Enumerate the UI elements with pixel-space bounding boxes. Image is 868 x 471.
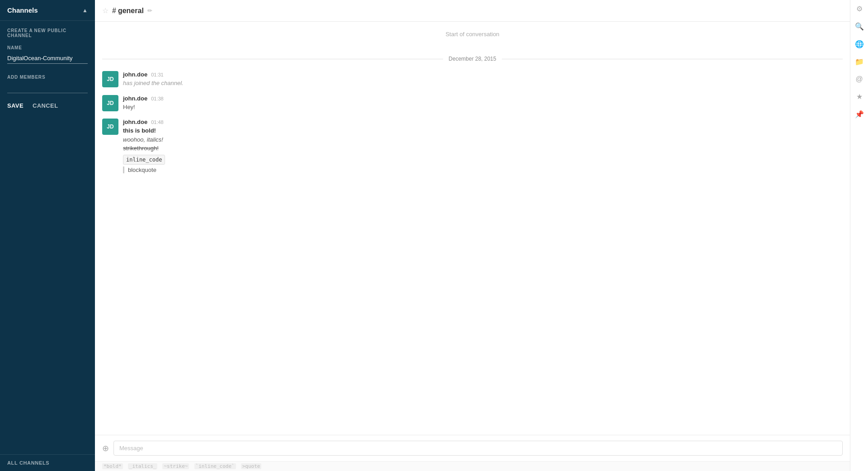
form-actions: SAVE CANCEL: [7, 102, 88, 109]
message-text-code-wrapper: inline_code: [123, 155, 843, 165]
message-author: john.doe: [123, 95, 147, 102]
message-input[interactable]: [113, 441, 843, 456]
date-divider-label: December 28, 2015: [448, 56, 496, 62]
hint-bold: *bold*: [102, 463, 123, 469]
upload-icon[interactable]: ⊕: [102, 443, 109, 453]
table-row: JD john.doe 01:38 Hey!: [102, 95, 843, 112]
chevron-up-icon[interactable]: ▲: [82, 7, 88, 14]
channel-name: general: [118, 7, 144, 15]
message-text-bold: this is bold!: [123, 126, 843, 135]
message-input-area: ⊕ *bold* _italics_ ~strike~ `inline_code…: [95, 435, 850, 471]
message-author: john.doe: [123, 119, 147, 125]
sidebar-header: Channels ▲: [0, 0, 95, 21]
channel-header: ☆ # general ✏: [95, 0, 850, 22]
message-text-strike: strikethrough!: [123, 144, 843, 153]
cancel-button[interactable]: CANCEL: [33, 102, 58, 109]
start-of-conversation: Start of conversation: [102, 31, 843, 38]
message-content: john.doe 01:38 Hey!: [123, 95, 843, 112]
message-content: john.doe 01:48 this is bold! woohoo, ita…: [123, 119, 843, 173]
edit-icon[interactable]: ✏: [147, 7, 152, 14]
input-hint: *bold* _italics_ ~strike~ `inline_code` …: [95, 461, 850, 471]
message-header: john.doe 01:31: [123, 71, 843, 78]
avatar: JD: [102, 71, 118, 87]
message-content: john.doe 01:31 has joined the channel.: [123, 71, 843, 88]
add-members-section: ADD MEMBERS: [7, 75, 88, 93]
avatar: JD: [102, 119, 118, 135]
search-icon[interactable]: 🔍: [855, 22, 864, 31]
right-sidebar: ⚙ 🔍 🌐 📁 @ ★ 📌: [850, 0, 868, 471]
message-header: john.doe 01:48: [123, 119, 843, 125]
save-button[interactable]: SAVE: [7, 102, 24, 109]
at-icon[interactable]: @: [855, 75, 863, 83]
hint-strike: ~strike~: [162, 463, 189, 469]
message-text: has joined the channel.: [123, 79, 843, 88]
message-time: 01:38: [151, 96, 164, 101]
divider-line-left: [102, 59, 443, 59]
message-time: 01:48: [151, 119, 164, 125]
name-label: NAME: [7, 45, 88, 50]
date-divider: December 28, 2015: [102, 56, 843, 62]
table-row: JD john.doe 01:48 this is bold! woohoo, …: [102, 119, 843, 173]
add-members-input[interactable]: [7, 83, 88, 93]
globe-icon[interactable]: 🌐: [855, 40, 864, 48]
sidebar: Channels ▲ CREATE A NEW PUBLIC CHANNEL N…: [0, 0, 95, 471]
main-chat: ☆ # general ✏ Start of conversation Dece…: [95, 0, 850, 471]
folder-icon[interactable]: 📁: [855, 57, 864, 66]
create-channel-form: CREATE A NEW PUBLIC CHANNEL NAME ADD MEM…: [0, 21, 95, 454]
hint-code: `inline_code`: [194, 463, 236, 469]
avatar: JD: [102, 95, 118, 111]
message-input-bar: ⊕: [95, 435, 850, 461]
message-text-blockquote: blockquote: [123, 167, 843, 173]
pin-icon[interactable]: 📌: [855, 110, 864, 119]
divider-line-right: [502, 59, 843, 59]
create-channel-label: CREATE A NEW PUBLIC CHANNEL: [7, 28, 88, 38]
all-channels-link[interactable]: ALL CHANNELS: [7, 460, 88, 466]
gear-icon[interactable]: ⚙: [856, 5, 863, 13]
channel-name-input[interactable]: [7, 54, 88, 64]
message-header: john.doe 01:38: [123, 95, 843, 102]
table-row: JD john.doe 01:31 has joined the channel…: [102, 71, 843, 88]
hint-italics: _italics_: [128, 463, 158, 469]
message-text-italic: woohoo, italics!: [123, 135, 843, 144]
messages-area: Start of conversation December 28, 2015 …: [95, 22, 850, 435]
add-members-label: ADD MEMBERS: [7, 75, 88, 80]
star-icon[interactable]: ☆: [102, 6, 108, 15]
sidebar-title: Channels: [7, 6, 38, 14]
message-text: Hey!: [123, 103, 843, 112]
star-icon[interactable]: ★: [856, 92, 863, 101]
sidebar-bottom: ALL CHANNELS: [0, 454, 95, 471]
hash-icon: #: [112, 7, 116, 15]
message-text-code: inline_code: [123, 155, 165, 165]
message-time: 01:31: [151, 72, 164, 77]
message-author: john.doe: [123, 71, 147, 78]
hint-quote: >quote: [241, 463, 262, 469]
